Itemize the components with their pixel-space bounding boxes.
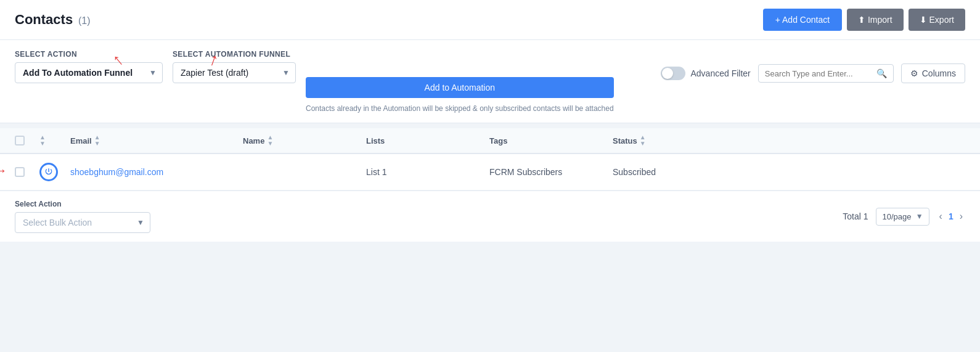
tags-header-label: Tags [489,136,507,145]
pagination: ‹ 1 › [937,208,965,224]
header-sort-cell[interactable]: ▲▼ [39,134,70,147]
action-select[interactable]: Add To Automation Funnel [15,62,163,83]
action-filter-group: Select Action Add To Automation Funnel ▼… [15,50,163,87]
search-icon: 🔍 [876,68,887,78]
lists-header-label: Lists [366,136,385,145]
header: Contacts (1) + Add Contact ⬆ Import ⬇ Ex… [0,0,980,40]
prev-page-button[interactable]: ‹ [937,208,945,224]
row-status: Subscribed [613,167,699,177]
add-automation-button[interactable]: Add to Automation [306,77,614,98]
header-actions: + Add Contact ⬆ Import ⬇ Export [763,9,965,31]
footer-right: Total 1 10/page 25/page 50/page ▼ ‹ 1 › [843,208,965,226]
filter-section: Select Action Add To Automation Funnel ▼… [0,40,980,123]
red-arrow-3: → [0,163,7,179]
row-email[interactable]: shoebghum@gmail.com [70,167,243,177]
export-button[interactable]: ⬇ Export [909,9,965,31]
footer-left: Select Action Select Bulk Action ▼ [15,200,150,233]
columns-button[interactable]: ⚙ Columns [901,63,965,83]
header-checkbox-cell [15,134,39,147]
per-page-select[interactable]: 10/page 25/page 50/page [876,208,929,226]
import-button[interactable]: ⬆ Import [847,9,904,31]
header-name[interactable]: Name ▲▼ [243,134,366,147]
page-container: Contacts (1) + Add Contact ⬆ Import ⬇ Ex… [0,0,980,352]
name-sort-icon: ▲▼ [267,134,273,147]
header-tags: Tags [489,134,613,147]
toggle-knob [662,68,673,79]
search-input[interactable] [765,69,873,78]
row-checkbox-cell: → [15,167,39,177]
status-header-label: Status [613,136,637,145]
info-text: Contacts already in the Automation will … [306,104,614,113]
page-title: Contacts (1) [15,12,91,28]
footer-action-label: Select Action [15,200,150,208]
advanced-filter-wrapper: Advanced Filter [661,67,750,80]
funnel-select[interactable]: Zapier Test (draft) [173,62,296,83]
columns-label: Columns [922,68,956,78]
title-text: Contacts [15,12,73,27]
email-sort-icon: ▲▼ [94,134,100,147]
row-tags: FCRM Subscribers [489,167,613,177]
header-lists: Lists [366,134,489,147]
power-icon[interactable] [39,163,58,181]
contact-count: (1) [78,15,91,26]
gear-icon: ⚙ [910,68,918,78]
name-header-label: Name [243,136,264,145]
filter-row: Select Action Add To Automation Funnel ▼… [15,50,965,113]
automation-action-group: Add to Automation Contacts already in th… [306,63,614,113]
action-select-wrapper: Add To Automation Funnel ▼ [15,62,163,83]
right-filters: Advanced Filter 🔍 ⚙ Columns [661,63,965,83]
funnel-filter-group: Select Automation Funnel Zapier Test (dr… [173,50,296,87]
header-email[interactable]: Email ▲▼ [70,134,243,147]
advanced-filter-toggle[interactable] [661,67,685,80]
table-header: ▲▼ Email ▲▼ Name ▲▼ Lists Tags Status ▲▼ [0,128,980,154]
action-label: Select Action [15,50,163,59]
header-checkbox[interactable] [15,136,25,145]
row-checkbox[interactable] [15,167,25,177]
funnel-label: Select Automation Funnel [173,50,296,59]
current-page: 1 [949,211,953,221]
bulk-action-select[interactable]: Select Bulk Action [15,212,150,233]
advanced-filter-label: Advanced Filter [690,68,750,78]
bulk-action-wrapper: Select Bulk Action ▼ [15,212,150,233]
per-page-wrapper: 10/page 25/page 50/page ▼ [876,208,929,226]
next-page-button[interactable]: › [957,208,965,224]
funnel-select-wrapper: Zapier Test (draft) ▼ [173,62,296,83]
email-header-label: Email [70,136,92,145]
row-power-cell [39,163,70,181]
status-sort-icon: ▲▼ [640,134,646,147]
header-status[interactable]: Status ▲▼ [613,134,699,147]
table-section: ▲▼ Email ▲▼ Name ▲▼ Lists Tags Status ▲▼ [0,128,980,190]
footer-section: Select Action Select Bulk Action ▼ Total… [0,190,980,242]
row-lists: List 1 [366,167,489,177]
add-contact-button[interactable]: + Add Contact [763,9,842,31]
table-row: → shoebghum@gmail.com List 1 FCRM Subscr… [0,154,980,190]
sort-icon: ▲▼ [39,134,46,147]
search-box: 🔍 [758,64,894,83]
total-label: Total 1 [843,211,868,221]
